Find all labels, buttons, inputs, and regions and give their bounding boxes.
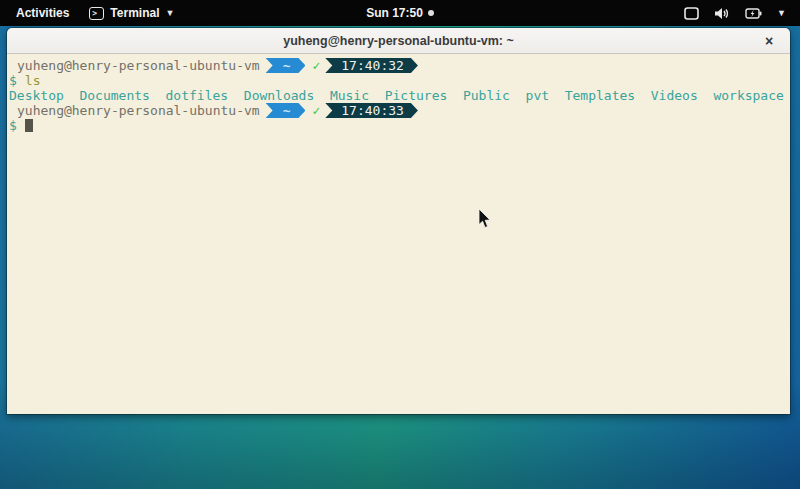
terminal-icon: > [89,7,104,20]
display-icon [684,7,699,20]
prompt-dollar: $ [9,73,17,88]
input-line: $ [9,118,788,133]
prompt-path-segment: ~ [266,58,306,73]
system-status-area[interactable]: ▼ [684,0,800,26]
prompt-dollar: $ [9,118,17,133]
prompt-status-check: ✓ [312,103,320,118]
terminal-cursor [25,119,33,132]
top-bar: Activities > Terminal ▼ Sun 17:50 ▼ [0,0,800,26]
command-line: $ls [9,73,788,88]
clock-label: Sun 17:50 [366,6,423,20]
prompt-status-check: ✓ [312,58,320,73]
prompt-path-segment: ~ [266,103,306,118]
terminal-content[interactable]: yuheng@henry-personal-ubuntu-vm~✓17:40:3… [7,54,790,414]
command-text: ls [25,73,41,88]
chevron-down-icon: ▼ [777,8,786,18]
volume-icon [714,7,730,20]
close-icon[interactable]: × [761,33,777,49]
app-menu-terminal[interactable]: > Terminal ▼ [89,6,174,20]
battery-charging-icon [745,7,762,20]
prompt-line-2: yuheng@henry-personal-ubuntu-vm~✓17:40:3… [9,103,788,118]
ls-output: Desktop Documents dotfiles Downloads Mus… [9,88,788,103]
prompt-username: yuheng@henry-personal-ubuntu-vm [9,103,260,118]
app-menu-label: Terminal [110,6,159,20]
chevron-down-icon: ▼ [165,8,174,18]
prompt-line-1: yuheng@henry-personal-ubuntu-vm~✓17:40:3… [9,58,788,73]
window-titlebar[interactable]: yuheng@henry-personal-ubuntu-vm: ~ × [7,28,790,54]
prompt-time-segment: 17:40:32 [325,58,418,73]
window-title: yuheng@henry-personal-ubuntu-vm: ~ [283,34,514,48]
prompt-username: yuheng@henry-personal-ubuntu-vm [9,58,260,73]
recording-indicator-icon [428,10,434,16]
prompt-time-segment: 17:40:33 [325,103,418,118]
terminal-window: yuheng@henry-personal-ubuntu-vm: ~ × yuh… [7,28,790,414]
activities-button[interactable]: Activities [12,4,73,22]
